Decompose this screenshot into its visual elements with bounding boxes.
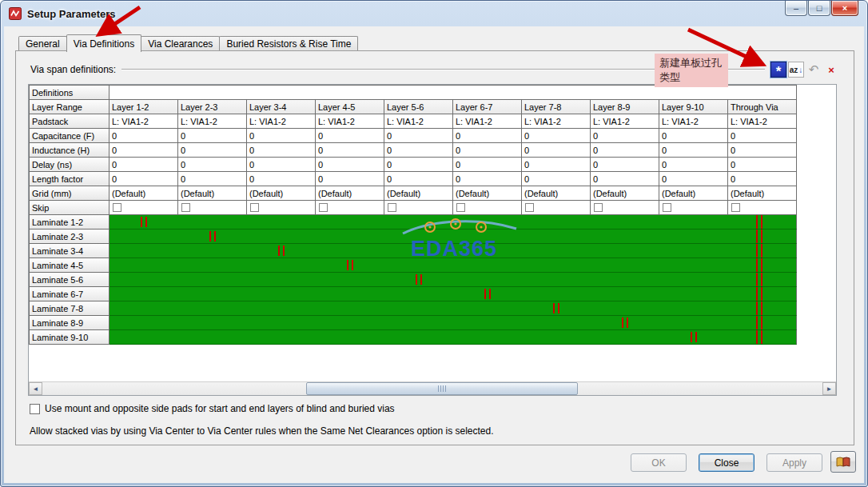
via-span-matrix-row-3[interactable] xyxy=(109,258,797,273)
cell-inductance-h-0-2[interactable]: 0 xyxy=(247,143,316,158)
maximize-button[interactable]: □ xyxy=(808,1,830,16)
cell-delay-ns-0-7[interactable]: 0 xyxy=(591,158,659,172)
cell-length-factor-0-0[interactable]: 0 xyxy=(109,172,178,186)
cell-padstack-l-via1-2-2[interactable]: L: VIA1-2 xyxy=(247,114,316,129)
row-header-laminate-9-10[interactable]: Laminate 9-10 xyxy=(30,330,109,345)
sort-button[interactable]: az ↓ xyxy=(788,62,804,78)
delete-via-button[interactable]: × xyxy=(823,62,839,78)
titlebar[interactable]: Setup Parameters – □ × xyxy=(1,1,867,26)
cell-grid-mm-default-5[interactable]: (Default) xyxy=(453,186,522,201)
apply-button[interactable]: Apply xyxy=(766,453,822,472)
skip-cell-8[interactable] xyxy=(659,201,728,215)
cell-padstack-l-via1-2-4[interactable]: L: VIA1-2 xyxy=(384,114,453,129)
column-header-layer-9-10-8[interactable]: Layer 9-10 xyxy=(659,100,728,114)
ok-button[interactable]: OK xyxy=(631,453,687,472)
undo-button[interactable]: ↶ xyxy=(806,62,822,78)
column-header-layer-3-4-2[interactable]: Layer 3-4 xyxy=(247,100,316,114)
cell-padstack-l-via1-2-5[interactable]: L: VIA1-2 xyxy=(453,114,522,129)
cell-grid-mm-default-7[interactable]: (Default) xyxy=(591,186,659,201)
skip-cell-9[interactable] xyxy=(728,201,797,215)
skip-checkbox-6[interactable] xyxy=(525,203,534,212)
row-header-laminate-1-2[interactable]: Laminate 1-2 xyxy=(30,215,109,230)
skip-cell-0[interactable] xyxy=(109,201,178,215)
cell-inductance-h-0-3[interactable]: 0 xyxy=(316,143,384,158)
cell-length-factor-0-1[interactable]: 0 xyxy=(178,172,247,186)
skip-cell-5[interactable] xyxy=(453,201,522,215)
cell-delay-ns-0-0[interactable]: 0 xyxy=(109,158,178,172)
column-header-layer-7-8-6[interactable]: Layer 7-8 xyxy=(522,100,591,114)
cell-padstack-l-via1-2-3[interactable]: L: VIA1-2 xyxy=(316,114,384,129)
cell-grid-mm-default-8[interactable]: (Default) xyxy=(659,186,728,201)
skip-checkbox-1[interactable] xyxy=(181,203,190,212)
close-button[interactable]: Close xyxy=(699,453,755,472)
new-via-button[interactable]: * xyxy=(770,62,786,78)
cell-capacitance-f-0-4[interactable]: 0 xyxy=(384,129,453,143)
column-header-through-via-9[interactable]: Through Via xyxy=(728,100,797,114)
skip-cell-2[interactable] xyxy=(247,201,316,215)
column-header-layer-6-7-5[interactable]: Layer 6-7 xyxy=(453,100,522,114)
cell-grid-mm-default-2[interactable]: (Default) xyxy=(247,186,316,201)
cell-delay-ns-0-6[interactable]: 0 xyxy=(522,158,591,172)
column-header-layer-2-3-1[interactable]: Layer 2-3 xyxy=(178,100,247,114)
cell-inductance-h-0-8[interactable]: 0 xyxy=(659,143,728,158)
column-header-layer-1-2-0[interactable]: Layer 1-2 xyxy=(109,100,178,114)
cell-inductance-h-0-5[interactable]: 0 xyxy=(453,143,522,158)
row-header-capacitance-f[interactable]: Capacitance (F) xyxy=(30,129,109,143)
row-header-padstack[interactable]: Padstack xyxy=(30,114,109,129)
skip-checkbox-3[interactable] xyxy=(319,203,328,212)
cell-delay-ns-0-2[interactable]: 0 xyxy=(247,158,316,172)
cell-padstack-l-via1-2-8[interactable]: L: VIA1-2 xyxy=(659,114,728,129)
skip-checkbox-0[interactable] xyxy=(113,203,121,212)
column-header-layer-5-6-4[interactable]: Layer 5-6 xyxy=(384,100,453,114)
cell-delay-ns-0-1[interactable]: 0 xyxy=(178,158,247,172)
cell-grid-mm-default-3[interactable]: (Default) xyxy=(316,186,384,201)
cell-padstack-l-via1-2-6[interactable]: L: VIA1-2 xyxy=(522,114,591,129)
skip-checkbox-2[interactable] xyxy=(250,203,259,212)
cell-delay-ns-0-9[interactable]: 0 xyxy=(728,158,797,172)
scrollbar-thumb[interactable] xyxy=(306,382,578,395)
scrollbar-track[interactable] xyxy=(42,382,822,395)
skip-cell-7[interactable] xyxy=(591,201,659,215)
cell-length-factor-0-4[interactable]: 0 xyxy=(384,172,453,186)
column-header-layer-8-9-7[interactable]: Layer 8-9 xyxy=(591,100,659,114)
tab-via-definitions[interactable]: Via Definitions xyxy=(66,34,142,52)
tab-buried-resistors-rise-time[interactable]: Buried Resistors & Rise Time xyxy=(219,36,358,50)
cell-inductance-h-0-7[interactable]: 0 xyxy=(591,143,659,158)
row-header-laminate-3-4[interactable]: Laminate 3-4 xyxy=(30,244,109,258)
cell-delay-ns-0-4[interactable]: 0 xyxy=(384,158,453,172)
help-button[interactable] xyxy=(830,451,856,473)
row-header-layer-range[interactable]: Layer Range xyxy=(30,100,109,114)
pads-checkbox[interactable] xyxy=(30,404,40,414)
row-header-laminate-2-3[interactable]: Laminate 2-3 xyxy=(30,230,109,244)
cell-inductance-h-0-9[interactable]: 0 xyxy=(728,143,797,158)
cell-inductance-h-0-1[interactable]: 0 xyxy=(178,143,247,158)
via-span-matrix-row-8[interactable] xyxy=(109,330,797,345)
cell-capacitance-f-0-8[interactable]: 0 xyxy=(659,129,728,143)
row-header-length-factor[interactable]: Length factor xyxy=(30,172,109,186)
close-button[interactable]: × xyxy=(831,1,858,16)
cell-delay-ns-0-3[interactable]: 0 xyxy=(316,158,384,172)
tab-via-clearances[interactable]: Via Clearances xyxy=(141,36,220,50)
via-span-matrix-row-7[interactable] xyxy=(109,316,797,330)
skip-cell-3[interactable] xyxy=(316,201,384,215)
cell-grid-mm-default-6[interactable]: (Default) xyxy=(522,186,591,201)
via-span-matrix-row-4[interactable] xyxy=(109,273,797,287)
cell-grid-mm-default-9[interactable]: (Default) xyxy=(728,186,797,201)
cell-grid-mm-default-0[interactable]: (Default) xyxy=(109,186,178,201)
cell-capacitance-f-0-2[interactable]: 0 xyxy=(247,129,316,143)
via-span-matrix-row-1[interactable] xyxy=(109,230,797,244)
cell-capacitance-f-0-5[interactable]: 0 xyxy=(453,129,522,143)
scroll-right-button[interactable]: ► xyxy=(822,382,836,395)
cell-capacitance-f-0-3[interactable]: 0 xyxy=(316,129,384,143)
cell-padstack-l-via1-2-0[interactable]: L: VIA1-2 xyxy=(109,114,178,129)
row-header-laminate-4-5[interactable]: Laminate 4-5 xyxy=(30,258,109,273)
cell-length-factor-0-9[interactable]: 0 xyxy=(728,172,797,186)
via-span-matrix-row-0[interactable] xyxy=(109,215,797,230)
cell-grid-mm-default-1[interactable]: (Default) xyxy=(178,186,247,201)
row-header-grid-mm[interactable]: Grid (mm) xyxy=(30,186,109,201)
cell-grid-mm-default-4[interactable]: (Default) xyxy=(384,186,453,201)
cell-padstack-l-via1-2-1[interactable]: L: VIA1-2 xyxy=(178,114,247,129)
cell-length-factor-0-3[interactable]: 0 xyxy=(316,172,384,186)
cell-capacitance-f-0-0[interactable]: 0 xyxy=(109,129,178,143)
row-header-skip[interactable]: Skip xyxy=(30,201,109,215)
